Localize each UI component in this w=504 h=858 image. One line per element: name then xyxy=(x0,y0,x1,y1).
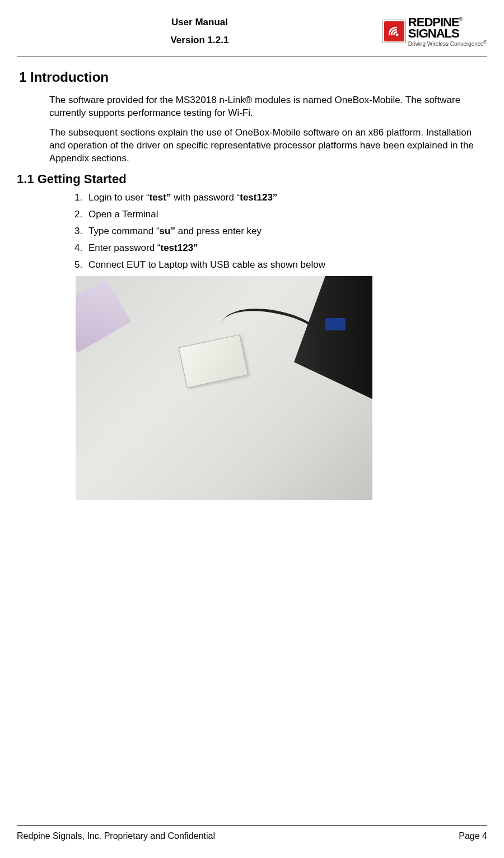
doc-title: User Manual xyxy=(17,17,382,28)
getting-started-steps: Login to user “test” with password “test… xyxy=(85,192,487,271)
logo-tagline: Driving Wireless Convergence® xyxy=(408,40,487,46)
doc-version: Version 1.2.1 xyxy=(17,35,382,46)
svg-rect-0 xyxy=(384,21,404,41)
step-3: Type command “su” and press enter key xyxy=(85,226,487,237)
footer-right: Page 4 xyxy=(459,831,487,841)
page-header: User Manual Version 1.2.1 REDPINE® xyxy=(17,17,487,57)
section-heading-1: 1 Introduction xyxy=(19,69,487,85)
page-footer: Redpine Signals, Inc. Proprietary and Co… xyxy=(17,825,487,841)
svg-point-1 xyxy=(395,34,398,36)
step-1: Login to user “test” with password “test… xyxy=(85,192,487,203)
step-2: Open a Terminal xyxy=(85,209,487,220)
logo-block: REDPINE® SIGNALS Driving Wireless Conver… xyxy=(382,17,487,46)
step-5: Connect EUT to Laptop with USB cable as … xyxy=(85,259,487,271)
main-content: 1 Introduction The software provided for… xyxy=(17,69,487,500)
eut-connection-photo xyxy=(76,276,372,500)
intro-para-1: The software provided for the MS32018 n-… xyxy=(49,94,482,120)
subsection-heading-1-1: 1.1 Getting Started xyxy=(17,172,487,186)
step-4: Enter password “test123” xyxy=(85,243,487,254)
redpine-logo-icon xyxy=(382,20,406,43)
logo-text-line2: SIGNALS xyxy=(408,28,459,39)
header-center-block: User Manual Version 1.2.1 xyxy=(17,17,382,46)
footer-left: Redpine Signals, Inc. Proprietary and Co… xyxy=(17,831,215,841)
intro-para-2: The subsequent sections explain the use … xyxy=(49,127,482,165)
